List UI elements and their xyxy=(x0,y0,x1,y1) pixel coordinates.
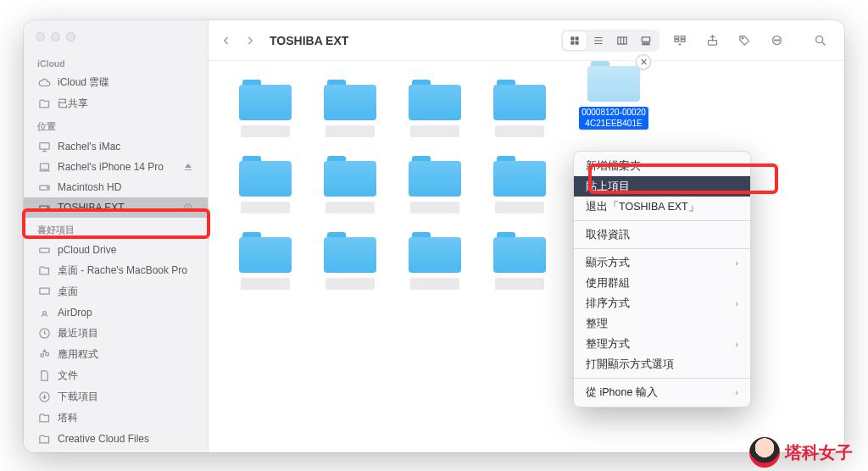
folder-item[interactable] xyxy=(317,156,383,213)
sidebar-item-shared[interactable]: 已共享 xyxy=(24,93,208,114)
apps-icon xyxy=(37,348,51,362)
folder-icon xyxy=(37,264,51,278)
sidebar-item-documents[interactable]: 文件 xyxy=(24,365,208,386)
folder-icon xyxy=(239,80,292,120)
sidebar-item-label: AirDrop xyxy=(58,307,194,319)
sidebar-item-iphone[interactable]: Rachel's iPhone 14 Pro xyxy=(24,157,208,177)
folder-item[interactable] xyxy=(232,80,298,137)
folder-item[interactable] xyxy=(402,156,468,213)
sidebar-item-applications[interactable]: 應用程式 xyxy=(24,344,208,365)
main-pane: TOSHIBA EXT xyxy=(209,20,844,452)
sidebar-item-airdrop[interactable]: AirDrop xyxy=(24,302,208,323)
toolbar: TOSHIBA EXT xyxy=(209,20,844,61)
ctx-item-get-info[interactable]: 取得資訊 xyxy=(574,224,750,245)
item-label: 00008120-00020 4C21EEB401E xyxy=(579,107,648,130)
clock-icon xyxy=(37,327,51,341)
content-area[interactable]: ✕ 00008120-00020 4C21EEB401E 新增檔案夾 貼上項目 … xyxy=(209,61,844,452)
ctx-item-eject[interactable]: 退出「TOSHIBA EXT」 xyxy=(574,197,750,217)
sidebar-item-label: Creative Cloud Files xyxy=(58,433,194,445)
svg-rect-22 xyxy=(675,39,679,42)
nav-arrows xyxy=(220,35,256,47)
folder-item[interactable] xyxy=(487,156,553,213)
share-button[interactable] xyxy=(700,30,724,51)
folder-item[interactable] xyxy=(487,80,553,137)
svg-point-30 xyxy=(778,40,779,41)
view-gallery-button[interactable] xyxy=(634,31,658,50)
ctx-item-clean-up[interactable]: 整理 xyxy=(574,313,750,334)
sidebar-item-label: 最近項目 xyxy=(58,326,194,341)
folder-item[interactable] xyxy=(317,232,383,290)
ctx-item-clean-up-by[interactable]: 整理方式› xyxy=(574,334,750,354)
folder-icon xyxy=(324,156,376,197)
sidebar-item-downloads[interactable]: 下載項目 xyxy=(24,386,208,407)
search-button[interactable] xyxy=(809,30,832,51)
sidebar-item-creative-cloud[interactable]: Creative Cloud Files xyxy=(24,429,208,449)
drive-ext-icon xyxy=(37,201,51,214)
svg-rect-17 xyxy=(642,36,649,41)
item-label-blurred xyxy=(326,125,375,137)
context-menu: 新增檔案夾 貼上項目 退出「TOSHIBA EXT」 取得資訊 顯示方式› 使用… xyxy=(573,151,751,407)
folder-icon xyxy=(37,412,51,425)
sidebar-item-imac[interactable]: Rachel's iMac xyxy=(24,136,208,157)
back-button[interactable] xyxy=(220,35,232,47)
group-by-button[interactable] xyxy=(668,30,692,51)
view-icons-button[interactable] xyxy=(563,31,587,50)
sidebar-item-pcloud[interactable]: pCloud Drive xyxy=(24,240,208,260)
desktop-folder-icon xyxy=(37,285,51,299)
laptop-icon xyxy=(37,160,51,174)
folder-item-new[interactable]: ✕ 00008120-00020 4C21EEB401E xyxy=(571,61,656,130)
ctx-item-paste[interactable]: 貼上項目 xyxy=(574,176,750,197)
folder-item[interactable] xyxy=(487,232,553,290)
svg-rect-23 xyxy=(681,36,685,38)
folder-item[interactable] xyxy=(317,80,383,137)
zoom-window-icon[interactable] xyxy=(66,32,75,42)
sidebar-item-macintosh-hd[interactable]: Macintosh HD xyxy=(24,177,208,197)
folder-item[interactable] xyxy=(402,232,468,290)
sidebar-item-toshiba-ext[interactable]: TOSHIBA EXT xyxy=(24,197,208,218)
sidebar-item-label: 下載項目 xyxy=(58,390,194,404)
svg-point-28 xyxy=(776,40,776,41)
sidebar-section-locations: 位置 xyxy=(24,114,208,136)
sidebar-item-recents[interactable]: 最近項目 xyxy=(24,323,208,344)
sidebar-item-label: TOSHIBA EXT xyxy=(58,202,175,213)
folder-icon xyxy=(324,80,376,120)
sidebar-item-label: pCloud Drive xyxy=(58,244,194,256)
sidebar-item-label: 桌面 - Rache's MacBook Pro xyxy=(58,263,194,278)
tags-button[interactable] xyxy=(732,30,756,51)
close-window-icon[interactable] xyxy=(36,32,45,42)
drive-icon xyxy=(37,180,51,194)
svg-point-26 xyxy=(742,37,743,39)
eject-icon[interactable] xyxy=(182,202,194,213)
folder-icon xyxy=(493,232,546,273)
folder-item[interactable] xyxy=(402,80,468,137)
svg-point-29 xyxy=(774,40,775,41)
item-label-blurred xyxy=(326,278,375,290)
ctx-item-import-iphone[interactable]: 從 iPhone 輸入› xyxy=(574,382,750,402)
view-list-button[interactable] xyxy=(587,31,610,50)
folder-item[interactable] xyxy=(232,156,298,213)
minimize-window-icon[interactable] xyxy=(51,32,60,42)
ctx-separator xyxy=(574,378,750,379)
ctx-item-view-as[interactable]: 顯示方式› xyxy=(574,252,750,273)
folder-icon xyxy=(409,156,461,197)
eject-icon[interactable] xyxy=(182,161,194,173)
svg-rect-13 xyxy=(576,36,579,40)
folder-item[interactable] xyxy=(232,232,298,290)
sidebar-item-custom[interactable]: 塔科 xyxy=(24,407,208,429)
item-label-blurred xyxy=(241,278,290,290)
view-columns-button[interactable] xyxy=(610,31,634,50)
cloud-icon xyxy=(37,76,51,90)
ctx-item-show-view-options[interactable]: 打開顯示方式選項 xyxy=(574,354,750,374)
action-button[interactable] xyxy=(765,30,788,51)
ctx-item-use-groups[interactable]: 使用群組 xyxy=(574,273,750,293)
folder-icon xyxy=(239,232,292,273)
sidebar-item-desktop[interactable]: 桌面 xyxy=(24,281,208,302)
ctx-item-new-folder[interactable]: 新增檔案夾 xyxy=(574,156,750,176)
sidebar: iCloud iCloud 雲碟 已共享 位置 Rachel's iMac Ra… xyxy=(24,20,209,452)
download-icon xyxy=(37,391,51,404)
ctx-item-sort-by[interactable]: 排序方式› xyxy=(574,293,750,313)
forward-button[interactable] xyxy=(244,35,256,47)
svg-point-5 xyxy=(47,207,47,208)
sidebar-item-desktop-macbook[interactable]: 桌面 - Rache's MacBook Pro xyxy=(24,260,208,281)
sidebar-item-icloud-drive[interactable]: iCloud 雲碟 xyxy=(24,72,208,93)
